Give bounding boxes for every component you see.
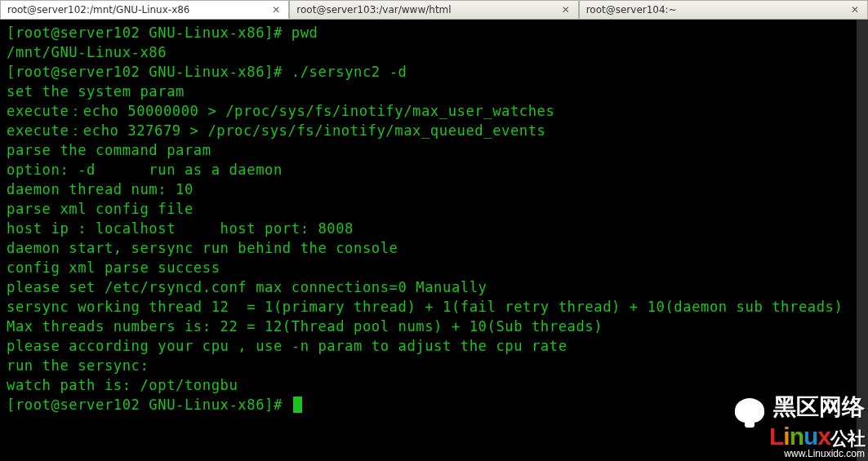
command: pwd xyxy=(292,24,318,41)
tab-server104[interactable]: root@server104:~ ✕ xyxy=(579,0,868,19)
terminal-viewport[interactable]: [root@server102 GNU-Linux-x86]# pwd /mnt… xyxy=(0,20,868,461)
output-line: run the sersync: xyxy=(7,357,149,374)
cursor-icon xyxy=(293,397,302,413)
shell-prompt: [root@server102 GNU-Linux-x86]# xyxy=(7,24,283,41)
tab-server102[interactable]: root@server102:/mnt/GNU-Linux-x86 ✕ xyxy=(0,0,289,19)
tab-bar: root@server102:/mnt/GNU-Linux-x86 ✕ root… xyxy=(0,0,868,20)
shell-prompt: [root@server102 GNU-Linux-x86]# xyxy=(7,397,283,413)
command: ./sersync2 -d xyxy=(292,64,407,80)
output-line: execute：echo 50000000 > /proc/sys/fs/ino… xyxy=(7,103,554,119)
output-line: daemon thread num: 10 xyxy=(7,181,194,197)
close-icon[interactable]: ✕ xyxy=(270,4,282,16)
output-line: host ip : localhost host port: 8008 xyxy=(7,220,354,237)
scrollbar[interactable] xyxy=(857,20,868,461)
output-line: please set /etc/rsyncd.conf max connecti… xyxy=(7,279,487,295)
close-icon[interactable]: ✕ xyxy=(560,4,572,16)
tab-server103[interactable]: root@server103:/var/www/html ✕ xyxy=(289,0,578,19)
terminal-output: [root@server102 GNU-Linux-x86]# pwd /mnt… xyxy=(7,23,861,414)
watermark-url: www.Linuxidc.com xyxy=(735,448,865,459)
close-icon[interactable]: ✕ xyxy=(849,4,861,16)
output-line: parse xml config file xyxy=(7,201,194,217)
tab-label: root@server102:/mnt/GNU-Linux-x86 xyxy=(7,4,190,16)
tab-label: root@server104:~ xyxy=(586,4,677,16)
output-line: daemon start, sersync run behind the con… xyxy=(7,240,398,256)
output-line: set the system param xyxy=(7,83,185,100)
output-line: Max threads numbers is: 22 = 12(Thread p… xyxy=(7,318,603,335)
output-line: option: -d run as a daemon xyxy=(7,162,283,178)
output-line: please according your cpu , use -n param… xyxy=(7,338,568,354)
output-line: watch path is: /opt/tongbu xyxy=(7,377,238,393)
shell-prompt: [root@server102 GNU-Linux-x86]# xyxy=(7,64,283,80)
tab-label: root@server103:/var/www/html xyxy=(296,4,451,16)
watermark-logo: Linux公社 xyxy=(735,423,865,451)
output-line: parse the command param xyxy=(7,142,211,158)
output-line: config xml parse success xyxy=(7,259,220,276)
output-line: execute：echo 327679 > /proc/sys/fs/inoti… xyxy=(7,122,546,139)
output-line: /mnt/GNU-Linux-x86 xyxy=(7,44,167,60)
terminal-window: root@server102:/mnt/GNU-Linux-x86 ✕ root… xyxy=(0,0,868,461)
output-line: sersync working thread 12 = 1(primary th… xyxy=(7,299,843,315)
